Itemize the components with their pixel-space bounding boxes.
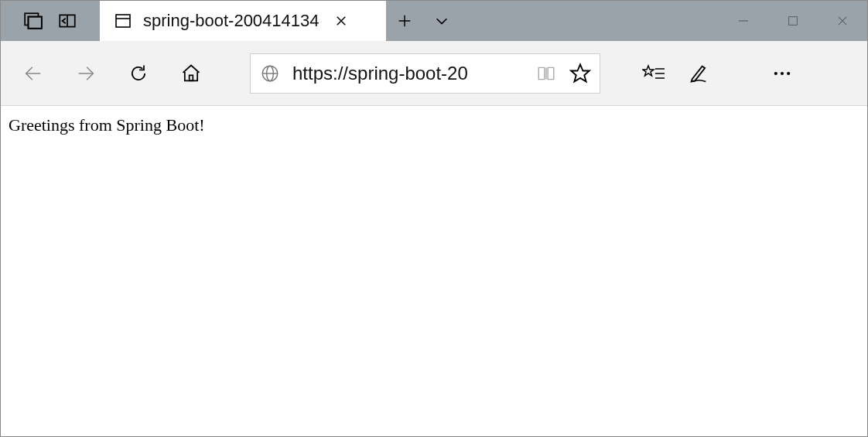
tab-actions <box>386 1 460 41</box>
reading-view-icon[interactable] <box>535 62 558 85</box>
maximize-button[interactable] <box>768 1 818 41</box>
tab-dropdown-button[interactable] <box>423 1 460 41</box>
svg-rect-1 <box>29 17 42 29</box>
svg-point-29 <box>787 71 790 74</box>
svg-point-27 <box>774 71 777 74</box>
svg-marker-23 <box>643 66 654 76</box>
tabs-aside-icon[interactable] <box>23 11 43 31</box>
tab-strip: spring-boot-200414134 <box>100 1 867 41</box>
url-input[interactable] <box>292 63 524 84</box>
globe-icon <box>258 62 282 85</box>
close-window-button[interactable] <box>818 1 867 41</box>
toolbar-right <box>642 62 794 85</box>
title-bar: spring-boot-200414134 <box>1 1 867 41</box>
svg-rect-12 <box>789 17 798 26</box>
favorites-list-icon[interactable] <box>642 62 665 85</box>
address-bar[interactable] <box>250 53 600 94</box>
svg-point-28 <box>781 71 784 74</box>
nav-buttons <box>12 60 205 87</box>
title-bar-left <box>1 1 100 41</box>
refresh-button[interactable] <box>125 60 152 87</box>
svg-marker-22 <box>571 64 589 81</box>
new-tab-button[interactable] <box>386 1 423 41</box>
forward-button[interactable] <box>72 60 100 87</box>
body-text: Greetings from Spring Boot! <box>9 115 859 135</box>
toolbar <box>1 41 867 106</box>
set-aside-icon[interactable] <box>57 11 77 31</box>
page-content: Greetings from Spring Boot! <box>1 106 867 145</box>
minimize-button[interactable] <box>719 1 768 41</box>
window-controls <box>719 1 867 41</box>
back-button[interactable] <box>19 60 47 87</box>
page-icon <box>114 12 132 30</box>
tab-close-button[interactable] <box>330 10 352 32</box>
favorite-star-icon[interactable] <box>569 62 592 85</box>
notes-icon[interactable] <box>687 62 710 85</box>
svg-rect-5 <box>116 15 130 27</box>
tab-title: spring-boot-200414134 <box>143 11 320 31</box>
more-menu-icon[interactable] <box>771 62 794 85</box>
svg-rect-17 <box>190 75 193 80</box>
home-button[interactable] <box>177 60 205 87</box>
active-tab[interactable]: spring-boot-200414134 <box>100 1 386 41</box>
